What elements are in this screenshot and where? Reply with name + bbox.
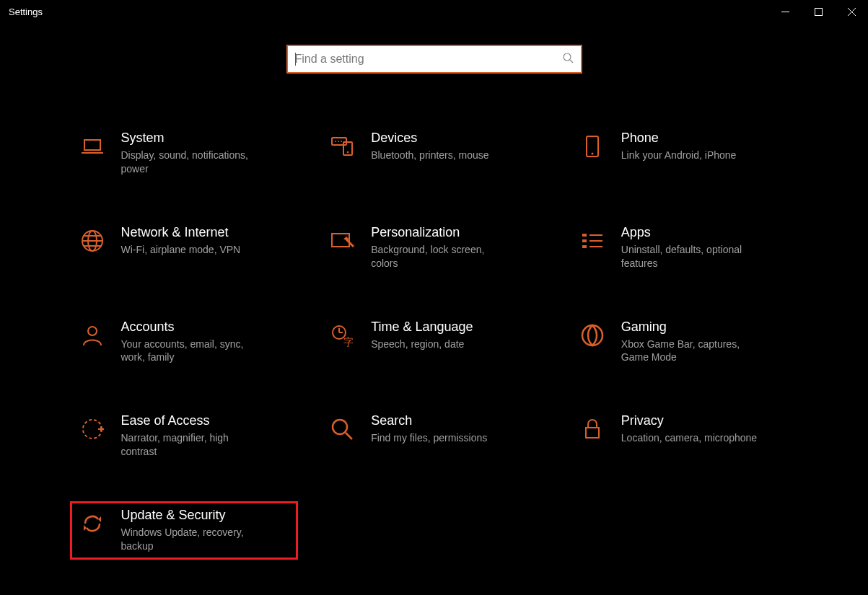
tile-text: GamingXbox Game Bar, captures, Game Mode	[621, 319, 792, 365]
tile-text: SystemDisplay, sound, notifications, pow…	[121, 131, 292, 176]
svg-rect-1	[815, 8, 822, 15]
settings-tile-apps[interactable]: AppsUninstall, defaults, optional featur…	[570, 219, 799, 277]
time-lang-icon	[326, 319, 358, 351]
svg-point-4	[564, 53, 571, 61]
tile-text: PhoneLink your Android, iPhone	[621, 131, 792, 162]
search-cat-icon	[326, 413, 358, 445]
tile-text: PersonalizationBackground, lock screen, …	[371, 225, 542, 270]
devices-icon	[326, 131, 358, 162]
tile-title: Privacy	[621, 413, 792, 428]
tile-title: Network & Internet	[121, 225, 292, 240]
settings-tile-search[interactable]: SearchFind my files, permissions	[320, 407, 548, 465]
apps-icon	[577, 225, 608, 257]
tile-description: Your accounts, email, sync, work, family	[121, 338, 258, 365]
tile-text: Time & LanguageSpeech, region, date	[371, 319, 542, 351]
tile-title: Accounts	[121, 319, 292, 335]
tile-text: PrivacyLocation, camera, microphone	[621, 413, 792, 445]
tile-description: Uninstall, defaults, optional features	[621, 243, 758, 270]
tile-title: Ease of Access	[121, 413, 292, 428]
tile-description: Wi-Fi, airplane mode, VPN	[121, 243, 258, 257]
tile-title: Update & Security	[121, 508, 292, 523]
personalization-icon	[326, 225, 358, 257]
tile-title: Time & Language	[371, 319, 542, 335]
settings-tile-phone[interactable]: PhoneLink your Android, iPhone	[570, 124, 799, 182]
phone-icon	[577, 131, 608, 162]
settings-tile-ease[interactable]: Ease of AccessNarrator, magnifier, high …	[70, 407, 299, 465]
titlebar: Settings	[0, 0, 868, 23]
tile-title: Devices	[371, 131, 542, 146]
search-box[interactable]	[286, 45, 582, 74]
window-controls	[768, 0, 868, 23]
tile-description: Windows Update, recovery, backup	[121, 526, 258, 553]
tile-title: Phone	[621, 131, 792, 146]
person-icon	[76, 319, 108, 351]
minimize-button[interactable]	[768, 0, 802, 23]
update-icon	[76, 508, 108, 539]
settings-grid: SystemDisplay, sound, notifications, pow…	[70, 124, 799, 560]
tile-text: AppsUninstall, defaults, optional featur…	[621, 225, 792, 270]
gaming-icon	[577, 319, 608, 351]
lock-icon	[577, 413, 608, 445]
svg-line-5	[570, 60, 573, 63]
tile-title: Apps	[621, 225, 792, 240]
settings-tile-time[interactable]: Time & LanguageSpeech, region, date	[320, 313, 548, 371]
settings-tile-devices[interactable]: DevicesBluetooth, printers, mouse	[320, 124, 548, 182]
globe-icon	[76, 225, 108, 257]
settings-tile-privacy[interactable]: PrivacyLocation, camera, microphone	[570, 407, 799, 465]
search-input[interactable]	[295, 53, 562, 66]
tile-description: Display, sound, notifications, power	[121, 149, 258, 176]
tile-title: Search	[371, 413, 542, 428]
settings-tile-gaming[interactable]: GamingXbox Game Bar, captures, Game Mode	[570, 313, 799, 371]
search-container	[0, 45, 868, 74]
close-button[interactable]	[835, 0, 868, 23]
tile-text: AccountsYour accounts, email, sync, work…	[121, 319, 292, 365]
maximize-button[interactable]	[802, 0, 835, 23]
tile-title: System	[121, 131, 292, 146]
tile-description: Location, camera, microphone	[621, 431, 758, 445]
tile-description: Xbox Game Bar, captures, Game Mode	[621, 338, 758, 365]
tile-description: Bluetooth, printers, mouse	[371, 149, 508, 162]
tile-text: SearchFind my files, permissions	[371, 413, 542, 445]
tile-text: Update & SecurityWindows Update, recover…	[121, 508, 292, 553]
tile-description: Narrator, magnifier, high contrast	[121, 431, 258, 459]
tile-text: Ease of AccessNarrator, magnifier, high …	[121, 413, 292, 459]
tile-description: Find my files, permissions	[371, 431, 508, 445]
settings-tile-network[interactable]: Network & InternetWi-Fi, airplane mode, …	[70, 219, 299, 277]
settings-tile-accounts[interactable]: AccountsYour accounts, email, sync, work…	[70, 313, 299, 371]
tile-description: Background, lock screen, colors	[371, 243, 508, 270]
search-icon	[562, 52, 574, 66]
settings-tile-update[interactable]: Update & SecurityWindows Update, recover…	[70, 501, 299, 560]
tile-text: Network & InternetWi-Fi, airplane mode, …	[121, 225, 292, 257]
laptop-icon	[76, 131, 108, 162]
settings-tile-system[interactable]: SystemDisplay, sound, notifications, pow…	[70, 124, 299, 182]
tile-description: Link your Android, iPhone	[621, 149, 758, 162]
tile-text: DevicesBluetooth, printers, mouse	[371, 131, 542, 162]
tile-title: Gaming	[621, 319, 792, 335]
tile-title: Personalization	[371, 225, 542, 240]
tile-description: Speech, region, date	[371, 338, 508, 351]
window-title: Settings	[9, 6, 43, 17]
settings-tile-personalization[interactable]: PersonalizationBackground, lock screen, …	[320, 219, 548, 277]
ease-icon	[76, 413, 108, 445]
